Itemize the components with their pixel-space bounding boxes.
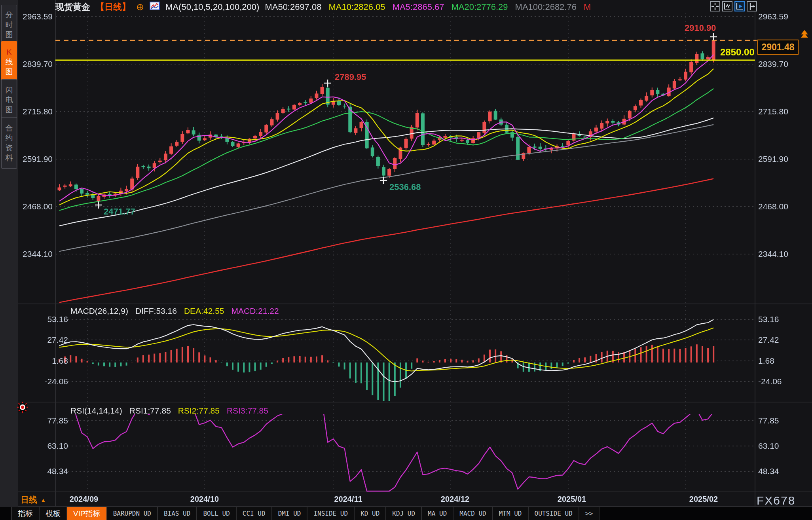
bottom-tab-vip[interactable]: VIP指标 [67, 507, 107, 520]
indicator-value: DIFF:53.16 [135, 306, 177, 316]
bottom-tab-bias_ud[interactable]: BIAS_UD [158, 507, 197, 520]
price-annotation: 2471.77 [104, 207, 135, 217]
month-label: 2024/11 [334, 495, 362, 504]
sidebar-tab-char: K [7, 47, 12, 57]
price-annotation: 2910.90 [685, 23, 716, 33]
sidebar-tab-char: 电 [6, 95, 13, 105]
axis-tick-label: 2468.00 [0, 201, 53, 212]
axis-tick-label: 2963.59 [758, 11, 810, 22]
bottom-tab-kdj_ud[interactable]: KDJ_UD [386, 507, 422, 520]
axis-tick-label: 63.10 [758, 441, 810, 451]
sidebar-tab-char: 闪 [6, 85, 13, 95]
sidebar-tab-char: 合 [6, 123, 13, 133]
axis-tick-label: 2344.10 [758, 249, 810, 259]
ma-value: MA5:2865.67 [393, 2, 444, 12]
bottom-tab-boll_ud[interactable]: BOLL_UD [197, 507, 236, 520]
bottom-tab-barupdn_ud[interactable]: BARUPDN_UD [107, 507, 158, 520]
price-annotation: 2536.68 [389, 182, 421, 192]
bottom-tab-[interactable]: 模板 [40, 507, 67, 520]
period-tag[interactable]: 【日线】 [96, 1, 131, 13]
axis-tick-label: 2468.00 [758, 201, 810, 212]
pan-crosshair-icon[interactable] [710, 1, 720, 11]
axis-tick-label: 27.42 [0, 335, 68, 345]
axis-tick-label: 2344.10 [0, 249, 53, 259]
axis-tick-label: 77.85 [758, 416, 810, 426]
axis-tick-label: 77.85 [0, 416, 68, 426]
axis-tick-label: -24.06 [758, 376, 810, 387]
ma-value: MA50:2697.08 [265, 2, 321, 12]
chart-header: 现货黄金 【日线】 ⊕ MA(50,10,5,20,100,200) MA50:… [55, 1, 591, 13]
ma-value: MA100:2682.76 [515, 2, 577, 12]
axis-scale-icon[interactable] [722, 1, 732, 11]
month-label: 2024/09 [70, 495, 98, 504]
sidebar-tab-char: 约 [6, 133, 13, 143]
mini-chart-icon[interactable] [150, 1, 160, 13]
triangle-up-icon: ▲ [40, 497, 46, 503]
axis-tick-label: 2839.70 [0, 59, 53, 69]
sidebar-tab-char: 图 [6, 30, 13, 40]
rsi-header: RSI(14,14,14) RSI1:77.85RSI2:77.85RSI3:7… [70, 406, 268, 416]
macd-values: DIFF:53.16DEA:42.55MACD:21.22 [135, 306, 279, 316]
bottom-tab-kd_ud[interactable]: KD_UD [355, 507, 386, 520]
month-label: 2025/02 [689, 495, 718, 504]
indicator-value: RSI1:77.85 [129, 406, 171, 416]
axis-tick-label: 1.68 [0, 356, 68, 366]
last-price-tag: 2901.48 [757, 40, 799, 55]
axis-tick-label: 2963.59 [0, 11, 53, 22]
axis-tick-label: 48.34 [0, 466, 68, 476]
period-selector[interactable]: 日线 ▲ [21, 494, 46, 505]
indicator-alarm-icon[interactable] [17, 401, 28, 415]
ma-value: MA20:2776.29 [451, 2, 508, 12]
axis-tick-label: 1.68 [758, 356, 810, 366]
ma-value: M [584, 2, 591, 12]
circle-plus-icon[interactable]: ⊕ [136, 2, 144, 13]
symbol-title: 现货黄金 [55, 1, 90, 13]
axis-tick-label: -24.06 [0, 376, 68, 387]
month-label: 2024/12 [441, 495, 469, 504]
axis-tick-label: 2715.80 [758, 106, 810, 117]
axis-tick-label: 53.16 [758, 314, 810, 325]
bottom-tab-dmi_ud[interactable]: DMI_UD [272, 507, 308, 520]
indicator-tabbar: 指标模板VIP指标BARUPDN_UDBIAS_UDBOLL_UDCCI_UDD… [0, 507, 812, 520]
axis-tick-label: 2591.90 [758, 154, 810, 164]
axis-play-icon[interactable] [734, 1, 745, 11]
indicator-value: DEA:42.55 [184, 306, 224, 316]
axis-tick-label: 63.10 [0, 441, 68, 451]
last-bar-icon[interactable] [747, 1, 757, 11]
axis-tick-label: 48.34 [758, 466, 810, 476]
sidebar-tab-char: 资 [6, 143, 13, 153]
bottom-tab-[interactable]: 指标 [11, 507, 40, 520]
horizontal-line-label: 2850.00 [720, 47, 755, 58]
month-label: 2025/01 [558, 495, 586, 504]
bottom-tab-macd_ud[interactable]: MACD_UD [453, 507, 493, 520]
bottom-tab-mtm_ud[interactable]: MTM_UD [493, 507, 529, 520]
axis-tick-label: 2591.90 [0, 154, 53, 164]
bottom-tab-outside_ud[interactable]: OUTSIDE_UD [529, 507, 579, 520]
ma-value: MA10:2826.05 [329, 2, 385, 12]
watermark: FX678 [757, 494, 795, 507]
axis-tick-label: 2839.70 [758, 59, 810, 69]
price-annotation: 2789.95 [335, 72, 366, 82]
indicator-value: RSI2:77.85 [178, 406, 220, 416]
macd-title: MACD(26,12,9) [70, 306, 128, 316]
app-window: 分时图K线图闪电图合约资料 现货黄金 【日线】 ⊕ MA(50,10,5,20,… [0, 0, 812, 520]
bottom-tab-inside_ud[interactable]: INSIDE_UD [307, 507, 355, 520]
bottom-tab-cci_ud[interactable]: CCI_UD [237, 507, 272, 520]
bottom-tab-ma_ud[interactable]: MA_UD [422, 507, 453, 520]
axis-tick-label: 53.16 [0, 314, 68, 325]
sidebar-tab-1[interactable]: 分时图 [1, 5, 17, 44]
month-label: 2024/10 [190, 495, 219, 504]
rsi-title: RSI(14,14,14) [70, 406, 122, 416]
chart-toolbar [710, 1, 757, 11]
indicator-value: MACD:21.22 [231, 306, 279, 316]
macd-header: MACD(26,12,9) DIFF:53.16DEA:42.55MACD:21… [70, 306, 279, 316]
rsi-values: RSI1:77.85RSI2:77.85RSI3:77.85 [129, 406, 268, 416]
axis-tick-label: 27.42 [758, 335, 810, 345]
period-selector-label: 日线 [21, 494, 37, 505]
ma-group-label: MA(50,10,5,20,100,200) [165, 2, 259, 12]
axis-tick-label: 2715.80 [0, 106, 53, 117]
indicator-value: RSI3:77.85 [227, 406, 268, 416]
bottom-tab-[interactable]: >> [579, 507, 600, 520]
ma-values: MA50:2697.08MA10:2826.05MA5:2865.67MA20:… [265, 2, 591, 12]
